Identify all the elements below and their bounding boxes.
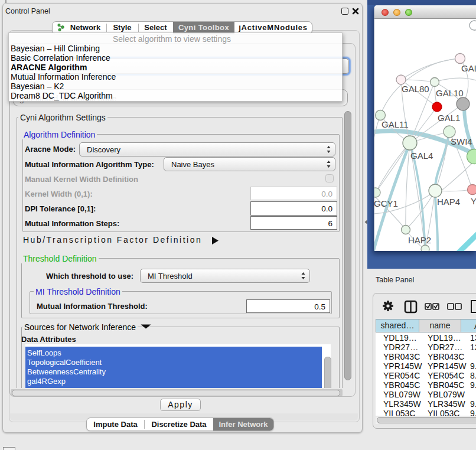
svg-text:HAP4: HAP4 (437, 197, 460, 207)
svg-text:GCY1: GCY1 (374, 198, 398, 208)
svg-text:GAL7: GAL7 (461, 63, 476, 73)
svg-text:GAL11: GAL11 (382, 119, 409, 129)
svg-text:GAL1: GAL1 (438, 113, 460, 123)
svg-text:HAP2: HAP2 (408, 235, 431, 245)
svg-text:SWI4: SWI4 (451, 136, 472, 146)
svg-text:Y: Y (471, 196, 476, 206)
svg-text:GAL10: GAL10 (436, 88, 464, 98)
svg-text:GAL4: GAL4 (410, 151, 433, 161)
svg-text:GAL80: GAL80 (402, 84, 429, 94)
